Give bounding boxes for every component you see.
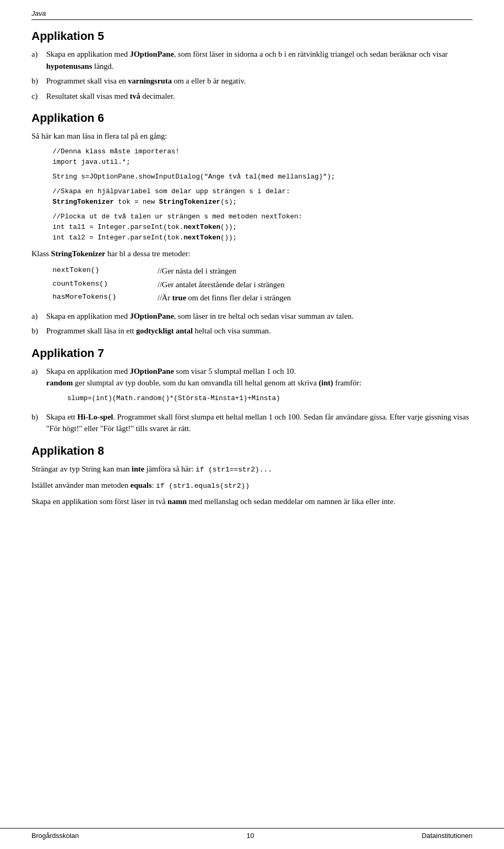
app8-bold-equals: equals [130,481,152,489]
page-wrapper: Java Applikation 5 a) Skapa en applikati… [0,0,504,543]
app7-bold-int: (int) [319,379,333,387]
app5-content-a: Skapa en applikation med JOptionPane, so… [46,48,472,72]
section-title-app8: Applikation 8 [32,444,472,458]
app6-method-next-token-desc: //Ger nästa del i strängen [158,265,472,278]
app5-bold-b: varningsruta [128,77,172,85]
app6-method-table: nextToken() //Ger nästa del i strängen c… [52,265,472,305]
app8-intro2: Istället använder man metoden equals: if… [32,479,472,491]
app6-method-row-2: countTokens() //Ger antalet återstående … [52,278,472,292]
app5-bold-a: JOptionPane [130,50,174,58]
app8-outro: Skapa en applikation som först läser in … [32,496,472,508]
app6-content-a: Skapa en applikation med JOptionPane, so… [46,310,472,322]
app6-label-b: b) [32,325,46,337]
app6-bold-string-tokenizer: StringTokenizer [51,249,106,258]
app8-code1: if (str1==str2)... [195,466,272,474]
app6-method-row-1: nextToken() //Ger nästa del i strängen [52,265,472,278]
app6-method-has-more-tokens: hasMoreTokens() [52,291,158,305]
app5-content-b: Programmet skall visa en varningsruta om… [46,75,472,87]
app5-bold-c: två [130,92,140,100]
app6-item-b: b) Programmet skall läsa in ett godtyckl… [32,325,472,337]
app5-item-b: b) Programmet skall visa en varningsruta… [32,75,472,87]
app8-bold-inte: inte [132,465,144,473]
app7-label-a: a) [32,365,46,408]
section-title-app6: Applikation 6 [32,111,472,125]
app8-intro: Strängar av typ String kan man inte jämf… [32,463,472,475]
app6-method-count-tokens-desc: //Ger antalet återstående delar i sträng… [158,278,472,292]
app6-item-a: a) Skapa en applikation med JOptionPane,… [32,310,472,322]
page-footer: Brogårdsskolan 10 Datainstitutionen [0,828,504,840]
footer-right: Datainstitutionen [422,832,472,840]
app5-label-a: a) [32,48,46,72]
app6-method-count-tokens: countTokens() [52,278,158,292]
app7-item-a: a) Skapa en applikation med JOptionPane … [32,365,472,408]
app5-item-a: a) Skapa en applikation med JOptionPane,… [32,48,472,72]
app7-label-b: b) [32,411,46,435]
app5-label-b: b) [32,75,46,87]
app6-code2: String s=JOptionPane.showInputDialog("An… [52,172,472,182]
app6-method-row-3: hasMoreTokens() //Är true om det finns f… [52,291,472,305]
app5-content-c: Resultatet skall visas med två decimaler… [46,90,472,102]
app7-bold-a: JOptionPane [130,367,174,375]
app6-code4: //Plocka ut de två talen ur strängen s m… [52,212,472,243]
app6-content-b: Programmet skall läsa in ett godtyckligt… [46,325,472,337]
app6-bold-b: godtyckligt antal [136,327,193,335]
app7-content-a: Skapa en applikation med JOptionPane som… [46,365,472,408]
header-text: Java [32,9,46,17]
app6-method-has-more-tokens-desc: //Är true om det finns fler delar i strä… [158,291,472,305]
app7-item-b: b) Skapa ett Hi-Lo-spel. Programmet skal… [32,411,472,435]
section-title-app7: Applikation 7 [32,347,472,360]
app5-bold-hypotenusans: hypotenusans [46,62,92,70]
page-header: Java [32,9,472,20]
app8-code2: if (str1.equals(str2)) [156,482,249,490]
app7-code-slump: slump=(int)(Math.random()*(Största-Minst… [67,393,472,404]
app6-code3: //Skapa en hjälpvariabel som delar upp s… [52,186,472,207]
app6-code1: //Denna klass måste importeras! import j… [52,146,472,167]
footer-center: 10 [247,832,254,840]
app8-bold-namn: namn [167,497,187,506]
app6-string-tokenizer-intro: Klass StringTokenizer har bl a dessa tre… [32,248,472,260]
footer-left: Brogårdsskolan [32,832,79,840]
app7-bold-b: Hi-Lo-spel [77,413,113,421]
app5-item-c: c) Resultatet skall visas med två decima… [32,90,472,102]
app7-bold-random: random [46,379,73,387]
app6-method-next-token: nextToken() [52,265,158,278]
app6-label-a: a) [32,310,46,322]
app6-bold-a: JOptionPane [130,312,174,320]
app7-content-b: Skapa ett Hi-Lo-spel. Programmet skall f… [46,411,472,435]
app5-label-c: c) [32,90,46,102]
section-title-app5: Applikation 5 [32,29,472,43]
app6-intro: Så här kan man läsa in flera tal på en g… [32,130,472,142]
